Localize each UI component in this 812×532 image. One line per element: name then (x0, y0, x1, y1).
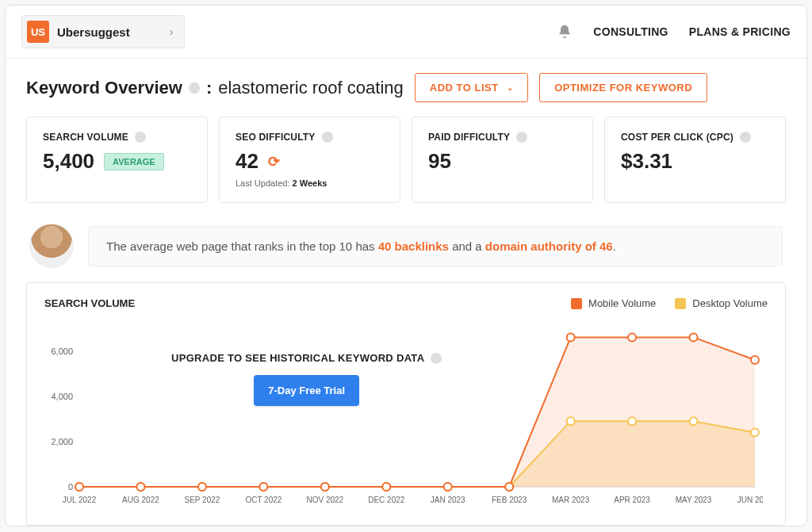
svg-text:DEC 2022: DEC 2022 (368, 496, 405, 504)
insight-da: domain authority of 46 (485, 239, 613, 253)
svg-text:0: 0 (68, 482, 73, 492)
insight-mid: and a (449, 239, 485, 253)
title-row: Keyword Overview : elastomeric roof coat… (26, 73, 786, 102)
title-separator: : (206, 78, 212, 98)
card-label: SEO DIFFICULTY (236, 132, 316, 143)
svg-text:2,000: 2,000 (51, 437, 73, 446)
svg-point-40 (751, 356, 759, 364)
card-label: SEARCH VOLUME (43, 132, 128, 143)
upgrade-overlay: UPGRADE TO SEE HISTORICAL KEYWORD DATA 7… (171, 352, 442, 406)
add-to-list-label: ADD TO LIST (430, 82, 499, 94)
legend-desktop: Desktop Volume (675, 297, 768, 309)
chevron-right-icon: › (170, 25, 174, 38)
add-to-list-button[interactable]: ADD TO LIST ⌄ (415, 73, 528, 102)
legend-desktop-label: Desktop Volume (692, 297, 768, 309)
insight-pre: The average web page that ranks in the t… (106, 239, 378, 253)
help-icon[interactable] (322, 132, 333, 143)
help-icon[interactable] (189, 82, 200, 94)
page-title: Keyword Overview : elastomeric roof coat… (26, 78, 404, 98)
card-value: $3.31 (621, 149, 672, 174)
last-updated: Last Updated: 2 Weeks (236, 178, 384, 188)
svg-text:SEP 2022: SEP 2022 (184, 496, 220, 504)
chart-header: SEARCH VOLUME Mobile Volume Desktop Volu… (44, 297, 768, 309)
legend-mobile: Mobile Volume (571, 297, 656, 309)
last-updated-label: Last Updated: (236, 178, 290, 188)
svg-point-36 (505, 483, 513, 491)
optimize-label: OPTIMIZE FOR KEYWORD (554, 82, 692, 94)
svg-point-25 (567, 417, 575, 425)
plans-pricing-link[interactable]: PLANS & PRICING (689, 25, 791, 38)
svg-point-32 (259, 483, 267, 491)
svg-text:JUN 2023: JUN 2023 (737, 496, 763, 504)
overlay-title: UPGRADE TO SEE HISTORICAL KEYWORD DATA (171, 352, 424, 364)
chart-legend: Mobile Volume Desktop Volume (571, 297, 768, 309)
card-label: PAID DIFFICULTY (428, 132, 510, 143)
svg-text:JAN 2023: JAN 2023 (431, 496, 465, 504)
svg-point-27 (690, 417, 698, 425)
keyword-text: elastomeric roof coating (218, 78, 404, 98)
chart-svg: 02,0004,0006,000JUL 2022AUG 2022SEP 2022… (44, 320, 763, 511)
help-icon[interactable] (135, 132, 146, 143)
svg-point-33 (321, 483, 329, 491)
help-icon[interactable] (431, 353, 442, 364)
svg-point-39 (690, 333, 698, 341)
brand-name: Ubersuggest (57, 25, 130, 39)
svg-text:NOV 2022: NOV 2022 (306, 496, 343, 504)
swatch-desktop (675, 298, 686, 309)
refresh-icon[interactable]: ⟳ (268, 153, 280, 170)
insight-post: . (613, 239, 616, 253)
insight-backlinks: 40 backlinks (378, 239, 449, 253)
card-value: 42 (236, 149, 259, 174)
chart-title: SEARCH VOLUME (44, 297, 135, 309)
help-icon[interactable] (740, 132, 751, 143)
svg-point-31 (198, 483, 206, 491)
page-title-label: Keyword Overview (26, 78, 182, 98)
topbar: US Ubersuggest › CONSULTING PLANS & PRIC… (6, 6, 806, 59)
swatch-mobile (571, 298, 582, 309)
bell-icon[interactable] (557, 24, 573, 40)
card-value: 5,400 (43, 149, 94, 174)
svg-point-26 (628, 417, 636, 425)
brand-selector[interactable]: US Ubersuggest › (21, 15, 185, 48)
svg-point-29 (75, 483, 83, 491)
svg-point-35 (444, 483, 452, 491)
card-value: 95 (428, 149, 451, 174)
insight-text: The average web page that ranks in the t… (88, 226, 783, 266)
optimize-keyword-button[interactable]: OPTIMIZE FOR KEYWORD (539, 73, 707, 102)
legend-mobile-label: Mobile Volume (588, 297, 656, 309)
card-label: COST PER CLICK (CPC) (621, 132, 733, 143)
topbar-right: CONSULTING PLANS & PRICING (557, 24, 791, 40)
chart-panel: SEARCH VOLUME Mobile Volume Desktop Volu… (26, 282, 786, 526)
svg-text:AUG 2022: AUG 2022 (122, 496, 159, 504)
svg-text:OCT 2022: OCT 2022 (245, 496, 282, 504)
svg-text:4,000: 4,000 (51, 392, 73, 401)
svg-point-34 (382, 483, 390, 491)
card-seo-difficulty: SEO DIFFICULTY 42 ⟳ Last Updated: 2 Week… (219, 117, 400, 203)
card-paid-difficulty: PAID DIFFICULTY 95 (412, 117, 593, 203)
svg-text:APR 2023: APR 2023 (614, 496, 650, 504)
badge-average: AVERAGE (104, 153, 164, 170)
svg-text:6,000: 6,000 (51, 346, 73, 356)
card-search-volume: SEARCH VOLUME 5,400 AVERAGE (26, 117, 208, 203)
svg-text:JUL 2022: JUL 2022 (63, 496, 97, 504)
insight-row: The average web page that ranks in the t… (26, 224, 786, 268)
svg-text:MAY 2023: MAY 2023 (676, 496, 712, 504)
help-icon[interactable] (516, 132, 527, 143)
chart-area: UPGRADE TO SEE HISTORICAL KEYWORD DATA 7… (44, 320, 768, 511)
avatar (29, 224, 74, 268)
card-cpc: COST PER CLICK (CPC) $3.31 (604, 117, 786, 203)
svg-point-30 (136, 483, 144, 491)
svg-text:MAR 2023: MAR 2023 (552, 496, 590, 504)
svg-point-38 (628, 333, 636, 341)
metric-cards: SEARCH VOLUME 5,400 AVERAGE SEO DIFFICUL… (26, 117, 786, 203)
chevron-down-icon: ⌄ (507, 83, 514, 92)
consulting-link[interactable]: CONSULTING (593, 25, 668, 38)
svg-point-37 (567, 333, 575, 341)
free-trial-button[interactable]: 7-Day Free Trial (254, 375, 359, 406)
last-updated-value: 2 Weeks (293, 178, 327, 188)
brand-badge: US (27, 21, 49, 43)
svg-text:FEB 2023: FEB 2023 (492, 496, 527, 504)
svg-point-28 (751, 428, 759, 436)
